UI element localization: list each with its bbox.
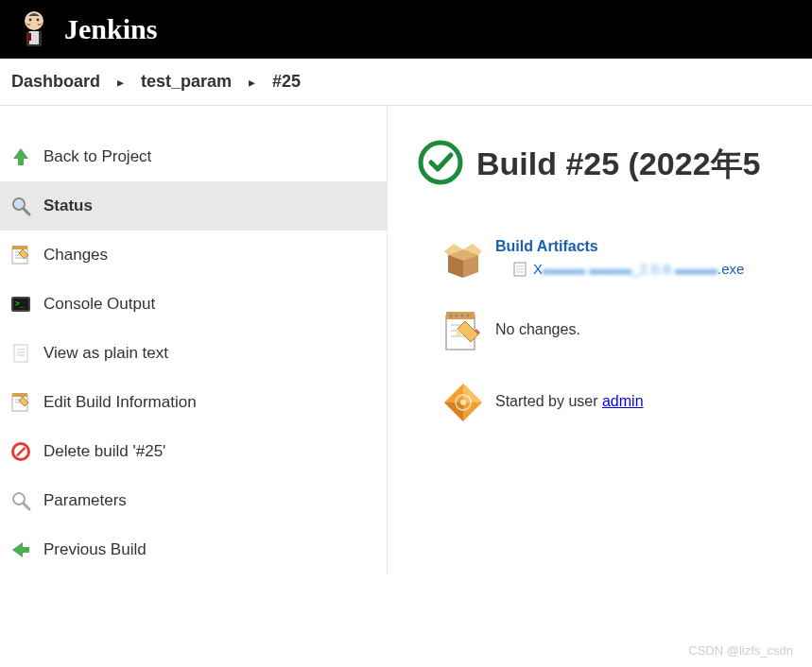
build-title-row: Build #25 (2022年5 — [418, 140, 812, 189]
document-icon — [9, 342, 32, 365]
file-icon — [512, 262, 527, 277]
notepad-icon — [9, 244, 32, 266]
terminal-icon: >_ — [9, 293, 32, 316]
breadcrumb-dashboard[interactable]: Dashboard — [8, 72, 104, 92]
changes-section: No changes. — [418, 308, 812, 353]
artifact-file-row[interactable]: X▬▬▬ ▬▬▬_2.0.8 ▬▬▬.exe — [495, 261, 744, 277]
sidebar: Back to Project Status — [0, 106, 388, 574]
gear-diamond-icon — [441, 380, 486, 425]
sidebar-item-view-plain-text[interactable]: View as plain text — [0, 329, 387, 378]
arrow-up-icon — [9, 145, 32, 168]
magnify-icon — [9, 195, 32, 217]
sidebar-item-status[interactable]: Status — [0, 181, 387, 231]
svg-rect-22 — [12, 393, 27, 397]
user-link[interactable]: admin — [602, 393, 644, 409]
svg-line-29 — [24, 504, 29, 509]
artifacts-heading[interactable]: Build Artifacts — [495, 238, 744, 255]
sidebar-item-console-output[interactable]: >_ Console Output — [0, 280, 387, 329]
jenkins-logo-icon — [15, 7, 53, 52]
success-icon — [418, 140, 463, 189]
cause-section: Started by user admin — [418, 380, 812, 425]
sidebar-item-changes[interactable]: Changes — [0, 231, 387, 280]
svg-point-37 — [450, 315, 453, 317]
logo-text[interactable]: Jenkins — [64, 13, 157, 45]
artifacts-content: Build Artifacts X▬▬▬ ▬▬▬_2.0.8 ▬▬▬.exe — [495, 236, 744, 277]
svg-point-7 — [15, 200, 23, 208]
svg-rect-10 — [12, 246, 27, 249]
chevron-right-icon: ▸ — [249, 75, 255, 90]
svg-point-30 — [421, 143, 460, 182]
sidebar-item-label: Edit Build Information — [43, 393, 197, 412]
cause-content: Started by user admin — [495, 380, 644, 410]
breadcrumb-build[interactable]: #25 — [268, 72, 304, 92]
changes-text: No changes. — [495, 310, 580, 338]
main-container: Back to Project Status — [0, 106, 812, 574]
chevron-right-icon: ▸ — [117, 75, 124, 90]
svg-text:>_: >_ — [15, 299, 25, 308]
svg-line-8 — [24, 209, 29, 214]
sidebar-item-label: Delete build '#25' — [43, 442, 165, 461]
artifacts-section: Build Artifacts X▬▬▬ ▬▬▬_2.0.8 ▬▬▬.exe — [418, 236, 812, 282]
svg-point-39 — [461, 315, 464, 317]
svg-point-5 — [37, 19, 40, 22]
sidebar-item-label: Parameters — [43, 491, 127, 510]
sidebar-item-back-to-project[interactable]: Back to Project — [0, 132, 387, 181]
sidebar-item-edit-build-info[interactable]: Edit Build Information — [0, 378, 387, 427]
breadcrumb-project[interactable]: test_param — [137, 72, 235, 92]
arrow-left-icon — [9, 539, 32, 561]
started-by-text: Started by user admin — [495, 382, 644, 410]
notepad-edit-icon — [9, 391, 32, 414]
sidebar-item-parameters[interactable]: Parameters — [0, 476, 387, 525]
svg-rect-3 — [28, 33, 31, 41]
header: Jenkins — [0, 0, 812, 59]
svg-point-4 — [29, 19, 32, 22]
svg-point-45 — [460, 400, 466, 405]
search-grey-icon — [9, 489, 32, 512]
notepad-large-icon — [441, 308, 486, 353]
build-title: Build #25 (2022年5 — [476, 143, 760, 186]
breadcrumbs: Dashboard ▸ test_param ▸ #25 — [0, 59, 812, 106]
content: Build #25 (2022年5 Build Artifacts — [388, 106, 812, 574]
sidebar-item-label: Previous Build — [43, 540, 147, 559]
svg-point-38 — [456, 315, 458, 317]
artifact-file-link[interactable]: X▬▬▬ ▬▬▬_2.0.8 ▬▬▬.exe — [533, 261, 744, 277]
sidebar-item-label: View as plain text — [43, 344, 168, 363]
sidebar-item-delete-build[interactable]: Delete build '#25' — [0, 427, 387, 476]
changes-content: No changes. — [495, 308, 580, 338]
svg-rect-17 — [14, 345, 27, 362]
sidebar-item-label: Changes — [43, 246, 108, 265]
sidebar-item-label: Back to Project — [43, 147, 151, 166]
sidebar-item-label: Console Output — [43, 295, 155, 314]
delete-icon — [9, 440, 32, 463]
svg-point-40 — [467, 315, 470, 317]
sidebar-item-label: Status — [43, 197, 93, 215]
sidebar-item-previous-build[interactable]: Previous Build — [0, 525, 387, 574]
package-icon — [441, 236, 486, 282]
